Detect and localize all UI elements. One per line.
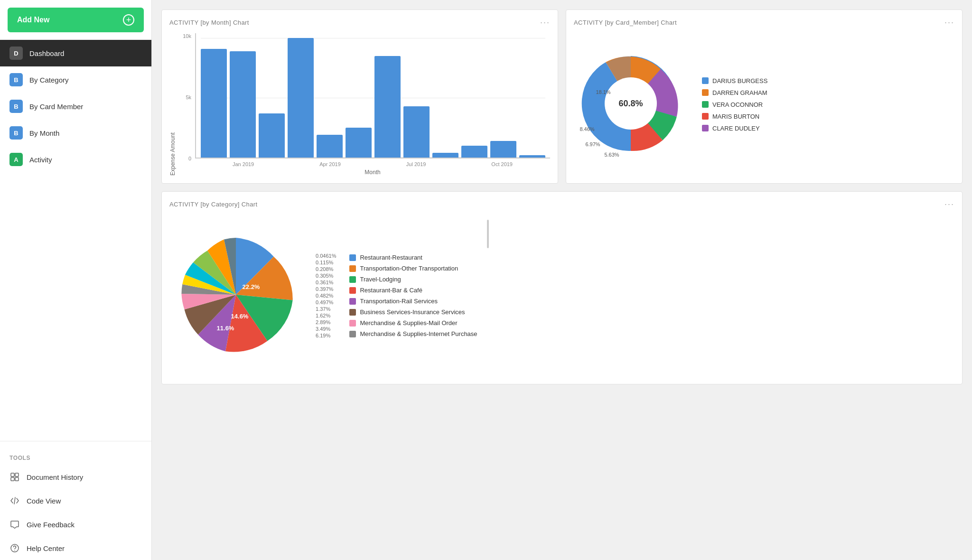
legend-item: DARREN GRAHAM [702, 89, 767, 96]
legend-item: Transportation-Rail Services [349, 298, 477, 305]
sidebar-item-activity[interactable]: A Activity [0, 146, 151, 173]
legend-item: Transportation-Other Transportation [349, 265, 477, 272]
legend-label: CLARE DUDLEY [712, 125, 760, 132]
svg-text:6.97%: 6.97% [585, 141, 600, 147]
legend-item: CLARE DUDLEY [702, 125, 767, 132]
legend-label: DARIUS BURGESS [712, 77, 767, 84]
sidebar-item-label: By Category [29, 76, 69, 84]
sidebar-item-by-month[interactable]: B By Month [0, 120, 151, 146]
legend-item: DARIUS BURGESS [702, 77, 767, 84]
pct-label: 1.37% [316, 306, 336, 312]
help-center-item[interactable]: Help Center [0, 536, 151, 560]
bar [317, 135, 343, 158]
sidebar-item-label: Dashboard [29, 49, 64, 57]
by-month-chart-menu[interactable]: ··· [540, 18, 550, 28]
legend-color [349, 309, 356, 316]
svg-rect-3 [15, 477, 19, 481]
help-center-icon [9, 543, 20, 553]
pct-label: 0.361% [316, 280, 336, 285]
bar [346, 128, 372, 158]
pct-label: 0.497% [316, 299, 336, 305]
legend-label: Merchandise & Supplies-Mail Order [360, 319, 457, 327]
document-history-label: Document History [27, 473, 83, 481]
document-history-icon [9, 472, 20, 482]
add-new-label: Add New [17, 16, 49, 24]
svg-text:60.8%: 60.8% [618, 99, 643, 108]
document-history-item[interactable]: Document History [0, 465, 151, 489]
svg-point-6 [14, 550, 15, 551]
by-card-member-legend: DARIUS BURGESS DARREN GRAHAM VERA OCONNO… [702, 77, 767, 132]
pct-label: 6.19% [316, 333, 336, 338]
svg-text:11.6%: 11.6% [217, 325, 234, 332]
legend-item: Restaurant-Restaurant [349, 254, 477, 261]
by-month-chart-title: ACTIVITY [by Month] Chart [169, 19, 249, 26]
bar [519, 155, 545, 158]
y-label: 5k [186, 94, 191, 100]
x-axis-title: Month [195, 169, 550, 176]
bar-chart-area: Jan 2019 Apr 2019 Jul 2019 Oct 2019 Mont… [195, 33, 550, 176]
add-new-button[interactable]: Add New + [8, 8, 144, 32]
x-label: Apr 2019 [319, 161, 341, 167]
sidebar-item-dashboard[interactable]: D Dashboard [0, 40, 151, 66]
svg-text:22.2%: 22.2% [243, 283, 260, 290]
sidebar-item-label: By Month [29, 129, 59, 137]
bar [374, 56, 401, 158]
scrollbar[interactable] [487, 220, 489, 248]
by-card-member-icon: B [9, 100, 23, 113]
legend-color [702, 113, 709, 120]
give-feedback-item[interactable]: Give Feedback [0, 513, 151, 536]
legend-item: Business Services-Insurance Services [349, 308, 477, 316]
x-label: Jul 2019 [406, 161, 426, 167]
by-card-member-chart-menu[interactable]: ··· [944, 18, 954, 28]
sidebar-item-by-category[interactable]: B By Category [0, 66, 151, 93]
give-feedback-label: Give Feedback [27, 521, 75, 529]
legend-item: Merchandise & Supplies-Internet Purchase [349, 330, 477, 337]
by-month-chart-header: ACTIVITY [by Month] Chart ··· [169, 18, 550, 28]
legend-color [349, 298, 356, 305]
code-view-item[interactable]: Code View [0, 489, 151, 513]
tools-section: TOOLS Document History Code View [0, 441, 151, 560]
legend-color [349, 331, 356, 337]
bar [461, 146, 487, 158]
legend-label: Travel-Lodging [360, 276, 401, 283]
by-card-member-chart-card: ACTIVITY [by Card_Member] Chart ··· [566, 9, 963, 184]
sidebar-item-by-card-member[interactable]: B By Card Member [0, 93, 151, 120]
legend-color [702, 77, 709, 84]
svg-line-4 [14, 497, 15, 504]
by-card-member-chart-title: ACTIVITY [by Card_Member] Chart [574, 19, 677, 26]
pct-label: 2.89% [316, 319, 336, 325]
legend-color [702, 101, 709, 108]
legend-label: DARREN GRAHAM [712, 89, 767, 96]
y-axis-title: Expense Amount [169, 33, 176, 176]
pct-label: 0.115% [316, 260, 336, 265]
x-axis-labels: Jan 2019 Apr 2019 Jul 2019 Oct 2019 [195, 159, 550, 167]
pct-label: 0.397% [316, 286, 336, 292]
by-month-bar-chart: Expense Amount 10k 5k 0 [169, 33, 550, 176]
tools-label: TOOLS [0, 451, 151, 465]
pct-label: 3.49% [316, 326, 336, 332]
by-month-chart-card: ACTIVITY [by Month] Chart ··· Expense Am… [161, 9, 558, 184]
activity-icon: A [9, 153, 23, 166]
pct-label: 0.0461% [316, 253, 336, 259]
legend-item: Merchandise & Supplies-Mail Order [349, 319, 477, 327]
x-label: Jan 2019 [233, 161, 254, 167]
pct-label: 0.305% [316, 273, 336, 279]
svg-rect-2 [11, 477, 14, 481]
category-pie-wrapper: 22.2% 14.6% 11.6% [169, 228, 302, 363]
sidebar-item-label: By Card Member [29, 103, 83, 111]
legend-color [702, 89, 709, 96]
legend-label: Merchandise & Supplies-Internet Purchase [360, 330, 477, 337]
bar [432, 153, 458, 158]
legend-label: Business Services-Insurance Services [360, 308, 465, 316]
legend-label: Restaurant-Restaurant [360, 254, 422, 261]
y-label: 0 [188, 156, 191, 161]
by-category-chart-title: ACTIVITY [by Category] Chart [169, 201, 258, 208]
sidebar: Add New + D Dashboard B By Category B By… [0, 0, 152, 560]
legend-color [349, 265, 356, 272]
legend-item: VERA OCONNOR [702, 101, 767, 108]
by-category-chart-menu[interactable]: ··· [944, 199, 954, 209]
pct-label: 0.482% [316, 293, 336, 299]
x-label: Oct 2019 [491, 161, 513, 167]
feedback-icon [9, 519, 20, 530]
y-axis: 10k 5k 0 [176, 33, 195, 176]
